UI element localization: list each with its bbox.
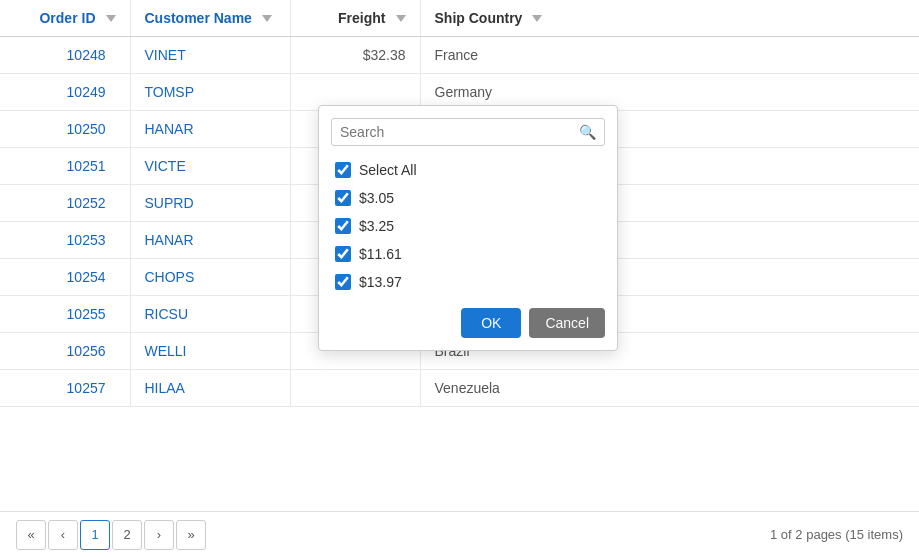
page-1-button[interactable]: 1 [80, 520, 110, 550]
cell-customer: VINET [130, 37, 290, 74]
panel-buttons: OK Cancel [331, 308, 605, 338]
customer-filter-icon[interactable] [262, 15, 272, 22]
checkbox-item[interactable]: $3.25 [331, 212, 605, 240]
cell-orderid: 10253 [0, 222, 130, 259]
checkbox-label: Select All [359, 162, 417, 178]
page-nav: « ‹ 1 2 › » [16, 520, 206, 550]
country-label: Ship Country [435, 10, 523, 26]
table-row: 10257HILAAVenezuela [0, 370, 919, 407]
search-input[interactable] [340, 124, 573, 140]
col-header-freight: Freight [290, 0, 420, 37]
col-header-orderid: Order ID [0, 0, 130, 37]
cell-country: France [420, 37, 919, 74]
customer-label: Customer Name [145, 10, 252, 26]
freight-filter-icon[interactable] [396, 15, 406, 22]
page-info: 1 of 2 pages (15 items) [770, 527, 903, 542]
checkbox-input[interactable] [335, 218, 351, 234]
cell-country: Venezuela [420, 370, 919, 407]
cell-orderid: 10251 [0, 148, 130, 185]
page-2-button[interactable]: 2 [112, 520, 142, 550]
col-header-country: Ship Country [420, 0, 919, 37]
table-row: 10248VINET$32.38France [0, 37, 919, 74]
ok-button[interactable]: OK [461, 308, 521, 338]
last-page-button[interactable]: » [176, 520, 206, 550]
filter-panel: 🔍 Select All$3.05$3.25$11.61$13.97 OK Ca… [318, 105, 618, 351]
checkbox-label: $11.61 [359, 246, 402, 262]
cell-orderid: 10252 [0, 185, 130, 222]
cell-customer: HILAA [130, 370, 290, 407]
grid-container: Order ID Customer Name Freight [0, 0, 919, 557]
checkbox-item[interactable]: $3.05 [331, 184, 605, 212]
checkbox-item[interactable]: $11.61 [331, 240, 605, 268]
cancel-button[interactable]: Cancel [529, 308, 605, 338]
cell-customer: HANAR [130, 111, 290, 148]
cell-orderid: 10249 [0, 74, 130, 111]
cell-customer: TOMSP [130, 74, 290, 111]
cell-customer: CHOPS [130, 259, 290, 296]
country-filter-icon[interactable] [532, 15, 542, 22]
cell-customer: WELLI [130, 333, 290, 370]
next-page-button[interactable]: › [144, 520, 174, 550]
orderid-filter-icon[interactable] [106, 15, 116, 22]
cell-customer: RICSU [130, 296, 290, 333]
cell-orderid: 10248 [0, 37, 130, 74]
checkbox-input[interactable] [335, 246, 351, 262]
checkbox-label: $13.97 [359, 274, 402, 290]
cell-customer: SUPRD [130, 185, 290, 222]
cell-freight: $32.38 [290, 37, 420, 74]
col-header-customer: Customer Name [130, 0, 290, 37]
cell-freight [290, 370, 420, 407]
search-box: 🔍 [331, 118, 605, 146]
cell-customer: VICTE [130, 148, 290, 185]
checkbox-input[interactable] [335, 274, 351, 290]
prev-page-button[interactable]: ‹ [48, 520, 78, 550]
checkbox-item[interactable]: Select All [331, 156, 605, 184]
checkbox-item[interactable]: $13.97 [331, 268, 605, 296]
first-page-button[interactable]: « [16, 520, 46, 550]
search-icon: 🔍 [579, 124, 596, 140]
cell-customer: HANAR [130, 222, 290, 259]
orderid-label: Order ID [39, 10, 95, 26]
header-row: Order ID Customer Name Freight [0, 0, 919, 37]
cell-orderid: 10257 [0, 370, 130, 407]
checkbox-input[interactable] [335, 190, 351, 206]
checkbox-input[interactable] [335, 162, 351, 178]
cell-orderid: 10254 [0, 259, 130, 296]
freight-label: Freight [338, 10, 385, 26]
checkbox-label: $3.25 [359, 218, 394, 234]
cell-orderid: 10256 [0, 333, 130, 370]
checkbox-label: $3.05 [359, 190, 394, 206]
cell-orderid: 10255 [0, 296, 130, 333]
checkbox-list[interactable]: Select All$3.05$3.25$11.61$13.97 [331, 156, 605, 296]
cell-orderid: 10250 [0, 111, 130, 148]
pagination: « ‹ 1 2 › » 1 of 2 pages (15 items) [0, 511, 919, 557]
